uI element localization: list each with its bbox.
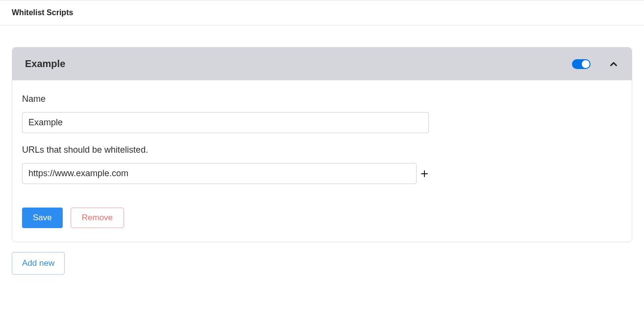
name-field-group: Name: [22, 94, 622, 133]
panel-header[interactable]: Example: [12, 47, 632, 80]
urls-field-group: URLs that should be whitelisted.: [22, 145, 622, 184]
chevron-up-icon[interactable]: [608, 59, 619, 70]
whitelist-panel: Example Name URLs that should be whiteli…: [12, 47, 632, 242]
name-label: Name: [22, 94, 622, 104]
page-title: Whitelist Scripts: [12, 8, 632, 17]
add-url-button[interactable]: [420, 169, 429, 179]
button-row: Save Remove: [22, 208, 622, 228]
remove-button[interactable]: Remove: [71, 208, 124, 228]
add-new-button[interactable]: Add new: [12, 252, 65, 275]
plus-icon: [420, 169, 429, 178]
url-input[interactable]: [22, 163, 417, 184]
panel-body: Name URLs that should be whitelisted.: [12, 80, 632, 242]
content-area: Example Name URLs that should be whiteli…: [0, 25, 644, 286]
panel-title: Example: [25, 58, 65, 70]
page-header: Whitelist Scripts: [0, 0, 644, 25]
name-input[interactable]: [22, 112, 429, 133]
urls-label: URLs that should be whitelisted.: [22, 145, 622, 155]
enable-toggle[interactable]: [572, 59, 591, 69]
panel-controls: [572, 59, 619, 70]
toggle-knob: [582, 60, 590, 68]
url-row: [22, 163, 622, 184]
save-button[interactable]: Save: [22, 208, 63, 228]
